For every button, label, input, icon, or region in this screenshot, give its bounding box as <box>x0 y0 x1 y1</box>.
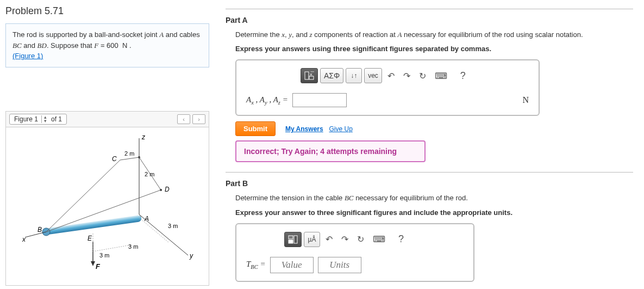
part-a-var-label: Ax , Ay , Az = <box>246 95 288 106</box>
feedback-box: Incorrect; Try Again; 4 attempts remaini… <box>235 140 426 162</box>
svg-text:3 m: 3 m <box>128 243 138 250</box>
part-a-input[interactable] <box>292 93 347 107</box>
help-b-button[interactable]: ? <box>395 232 407 247</box>
figure-link[interactable]: (Figure 1) <box>12 52 43 60</box>
svg-line-31 <box>139 218 169 243</box>
problem-title: Problem 5.71 <box>5 5 209 17</box>
svg-text:A: A <box>144 215 149 223</box>
part-b-desc: Determine the tension in the cable BC ne… <box>235 193 633 203</box>
svg-text:B: B <box>37 226 42 233</box>
part-b-toolbar: µÅ ↶ ↷ ↻ ⌨ ? <box>284 232 464 247</box>
svg-line-32 <box>93 245 131 251</box>
svg-text:F: F <box>96 262 101 270</box>
left-panel: Problem 5.71 The rod is supported by a b… <box>0 0 215 289</box>
undo-button[interactable]: ↶ <box>384 68 398 83</box>
keyboard-b-button[interactable]: ⌨ <box>370 232 389 247</box>
vec-button[interactable]: vec <box>364 68 382 83</box>
redo-b-button[interactable]: ↷ <box>338 232 352 247</box>
svg-text:x: x <box>22 236 26 243</box>
redo-button[interactable]: ↷ <box>400 68 414 83</box>
svg-line-19 <box>120 157 139 160</box>
reset-b-button[interactable]: ↻ <box>354 232 367 247</box>
template-button[interactable]: x͞ <box>301 68 318 83</box>
part-a-desc: Determine the x, y, and z components of … <box>235 30 633 40</box>
part-b-label: Part B <box>226 179 633 188</box>
subscript-button[interactable]: ↓↑ <box>346 68 362 83</box>
svg-rect-38 <box>294 236 297 243</box>
svg-text:C: C <box>112 155 117 163</box>
template-b-button[interactable] <box>284 232 302 247</box>
problem-prompt: The rod is supported by a ball-and-socke… <box>5 23 209 67</box>
svg-text:2 m: 2 m <box>145 171 154 177</box>
part-b-answer-box: µÅ ↶ ↷ ↻ ⌨ ? TBC = <box>235 223 474 282</box>
submit-button[interactable]: Submit <box>235 121 276 136</box>
svg-text:2 m: 2 m <box>124 150 134 157</box>
figure-image: z y x C D A B <box>6 127 209 285</box>
figure-stepper-icon[interactable]: ▴▾ <box>41 115 49 123</box>
svg-rect-13 <box>44 214 142 235</box>
svg-rect-37 <box>289 240 293 243</box>
undo-b-button[interactable]: ↶ <box>322 232 336 247</box>
reset-button[interactable]: ↻ <box>416 68 429 83</box>
svg-text:E: E <box>87 235 92 242</box>
figure-next-button[interactable]: › <box>192 114 205 124</box>
svg-rect-33 <box>305 72 309 79</box>
my-answers-link[interactable]: My Answers <box>285 125 323 133</box>
units-button[interactable]: µÅ <box>304 232 320 247</box>
figure-tab[interactable]: Figure 1 ▴▾ of 1 <box>9 114 67 125</box>
part-a-unit: N <box>522 95 529 105</box>
part-b-var-label: TBC = <box>246 260 266 270</box>
svg-marker-22 <box>91 261 95 266</box>
value-input[interactable] <box>270 257 314 273</box>
svg-line-29 <box>25 232 46 237</box>
part-a-label: Part A <box>226 16 633 24</box>
part-a-toolbar: x͞ ΑΣΦ ↓↑ vec ↶ ↷ ↻ ⌨ ? <box>301 68 529 83</box>
greek-button[interactable]: ΑΣΦ <box>320 68 343 83</box>
right-panel: Part A Determine the x, y, and z compone… <box>215 0 644 289</box>
help-button[interactable]: ? <box>457 68 469 83</box>
svg-text:D: D <box>165 186 170 193</box>
figure-panel: Figure 1 ▴▾ of 1 ‹ › <box>5 111 209 286</box>
svg-rect-36 <box>289 236 293 239</box>
part-a-instr: Express your answers using three signifi… <box>235 44 633 54</box>
give-up-link[interactable]: Give Up <box>329 125 353 133</box>
svg-text:z: z <box>141 133 146 141</box>
keyboard-button[interactable]: ⌨ <box>432 68 451 83</box>
svg-text:3 m: 3 m <box>99 252 109 259</box>
part-a-answer-box: x͞ ΑΣΦ ↓↑ vec ↶ ↷ ↻ ⌨ ? Ax , Ay , Az = N <box>235 59 540 116</box>
units-input[interactable] <box>318 257 361 273</box>
figure-prev-button[interactable]: ‹ <box>177 114 190 124</box>
svg-text:y: y <box>189 252 193 260</box>
svg-text:3 m: 3 m <box>168 223 178 229</box>
part-b-instr: Express your answer to three significant… <box>235 208 633 218</box>
